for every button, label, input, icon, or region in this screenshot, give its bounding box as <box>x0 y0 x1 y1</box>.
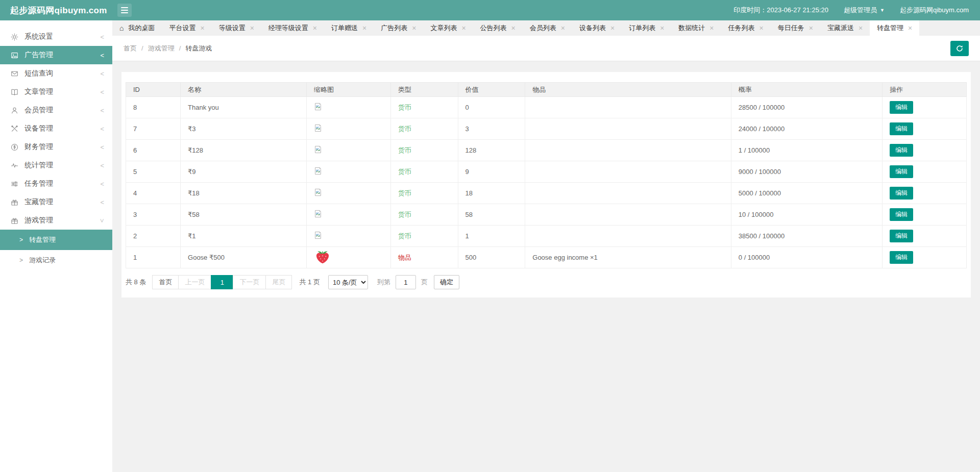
goto-suffix: 页 <box>421 278 428 287</box>
cell-type: 货币 <box>390 161 458 183</box>
site-link[interactable]: 起步源码网qibuym.com <box>900 6 969 15</box>
cell-name: ₹3 <box>181 118 307 140</box>
close-icon[interactable]: × <box>760 24 764 32</box>
tab-label: 订单列表 <box>629 23 655 33</box>
edit-button[interactable]: 编辑 <box>890 144 913 157</box>
close-icon[interactable]: × <box>250 24 254 32</box>
header-right: 印度时间：2023-06-27 21:25:20 超级管理员 ▼ 起步源码网qi… <box>733 6 980 15</box>
app-logo: 起步源码网qibuym.com <box>0 5 112 16</box>
table-row: 7 ₹3 货币 3 24000 / 100000 编辑 <box>126 118 967 140</box>
cell-value: 128 <box>458 140 525 161</box>
close-icon[interactable]: × <box>908 24 912 32</box>
sidebar-subitem[interactable]: > 游戏记录 <box>0 250 112 270</box>
tab[interactable]: 每日任务 × <box>771 20 820 36</box>
close-icon[interactable]: × <box>610 24 615 32</box>
edit-button[interactable]: 编辑 <box>890 208 913 221</box>
sidebar-item[interactable]: 财务管理 < <box>0 138 112 156</box>
sidebar-item-label: 财务管理 <box>24 142 100 152</box>
sidebar-item[interactable]: 广告管理 < <box>0 46 112 64</box>
close-icon[interactable]: × <box>809 24 813 32</box>
sidebar-item[interactable]: 统计管理 < <box>0 156 112 175</box>
close-icon[interactable]: × <box>511 24 516 32</box>
tab[interactable]: 平台设置 × <box>162 20 211 36</box>
column-header-item: 物品 <box>525 83 731 97</box>
table-row: 1 Goose ₹500 物品 500 Goose egg income ×1 … <box>126 247 967 268</box>
close-icon[interactable]: × <box>561 24 565 32</box>
tab[interactable]: 经理等级设置 × <box>261 20 324 36</box>
sidebar-item[interactable]: 宝藏管理 < <box>0 193 112 211</box>
broken-image-icon <box>314 231 322 239</box>
close-icon[interactable]: × <box>709 24 714 32</box>
tab[interactable]: 等级设置 × <box>212 20 261 36</box>
chevron-icon: < <box>100 125 104 133</box>
tab[interactable]: 会员列表 × <box>523 20 572 36</box>
tab-label: 数据统计 <box>678 23 705 33</box>
page-size-select[interactable]: 10 条/页 <box>328 275 368 289</box>
close-icon[interactable]: × <box>461 24 465 32</box>
tab[interactable]: 订单列表 × <box>622 20 671 36</box>
tab[interactable]: 宝藏派送 × <box>820 20 870 36</box>
tab[interactable]: 公告列表 × <box>473 20 523 36</box>
cell-value: 500 <box>458 247 525 268</box>
cell-actions: 编辑 <box>883 161 967 183</box>
tab[interactable]: 转盘管理 × <box>870 20 919 36</box>
edit-button[interactable]: 编辑 <box>890 165 913 178</box>
page-1-button[interactable]: 1 <box>211 275 233 289</box>
sidebar-item[interactable]: 游戏管理 < <box>0 211 112 230</box>
edit-button[interactable]: 编辑 <box>890 230 913 242</box>
chevron-icon: < <box>100 88 104 96</box>
edit-button[interactable]: 编辑 <box>890 122 913 135</box>
tab[interactable]: 订单赠送 × <box>324 20 374 36</box>
close-icon[interactable]: × <box>362 24 366 32</box>
cell-item <box>525 183 731 204</box>
sidebar-item[interactable]: 会员管理 < <box>0 101 112 119</box>
tab-label: 转盘管理 <box>877 23 903 33</box>
tab[interactable]: 广告列表 × <box>374 20 423 36</box>
cell-type: 货币 <box>390 226 458 247</box>
confirm-button[interactable]: 确定 <box>434 275 459 289</box>
tab[interactable]: 数据统计 × <box>671 20 721 36</box>
sidebar-item[interactable]: 系统设置 < <box>0 28 112 46</box>
tab-label: 文章列表 <box>430 23 457 33</box>
cell-name: Thank you <box>181 97 307 118</box>
chevron-icon: < <box>99 218 106 222</box>
close-icon[interactable]: × <box>200 24 204 32</box>
close-icon[interactable]: × <box>313 24 317 32</box>
close-icon[interactable]: × <box>660 24 664 32</box>
sidebar-item[interactable]: 短信查询 < <box>0 64 112 83</box>
user-menu[interactable]: 超级管理员 ▼ <box>844 6 885 15</box>
tab[interactable]: ⌂ 我的桌面 <box>112 20 162 36</box>
goto-page-input[interactable] <box>396 275 416 289</box>
breadcrumb-section[interactable]: 游戏管理 <box>148 44 175 53</box>
sidebar-item-label: 文章管理 <box>24 87 100 96</box>
cell-id: 8 <box>126 97 181 118</box>
edit-button[interactable]: 编辑 <box>890 251 913 264</box>
cell-name: ₹18 <box>181 183 307 204</box>
broken-image-icon <box>314 188 322 196</box>
cell-thumbnail <box>307 161 391 183</box>
sidebar-subitem[interactable]: > 转盘管理 <box>0 230 112 250</box>
cell-value: 58 <box>458 204 525 226</box>
edit-button[interactable]: 编辑 <box>890 101 913 114</box>
tab[interactable]: 任务列表 × <box>721 20 771 36</box>
menu-toggle-button[interactable] <box>117 4 132 17</box>
gift-icon <box>10 198 18 206</box>
submenu-arrow-icon: > <box>19 257 23 264</box>
cell-actions: 编辑 <box>883 247 967 268</box>
first-page-button[interactable]: 首页 <box>152 275 179 289</box>
edit-button[interactable]: 编辑 <box>890 187 913 200</box>
dollar-icon <box>10 143 18 151</box>
close-icon[interactable]: × <box>412 24 416 32</box>
breadcrumb-home[interactable]: 首页 <box>124 44 137 53</box>
close-icon[interactable]: × <box>859 24 863 32</box>
gear-icon <box>10 33 18 41</box>
sidebar-item[interactable]: 文章管理 < <box>0 83 112 101</box>
tab-label: 我的桌面 <box>128 23 155 33</box>
cell-item <box>525 118 731 140</box>
table-row: 3 ₹58 货币 58 10 / 100000 编辑 <box>126 204 967 226</box>
sidebar-item[interactable]: 设备管理 < <box>0 119 112 138</box>
sidebar-item[interactable]: 任务管理 < <box>0 175 112 193</box>
tab[interactable]: 设备列表 × <box>572 20 622 36</box>
tab[interactable]: 文章列表 × <box>423 20 473 36</box>
refresh-button[interactable] <box>950 41 969 56</box>
